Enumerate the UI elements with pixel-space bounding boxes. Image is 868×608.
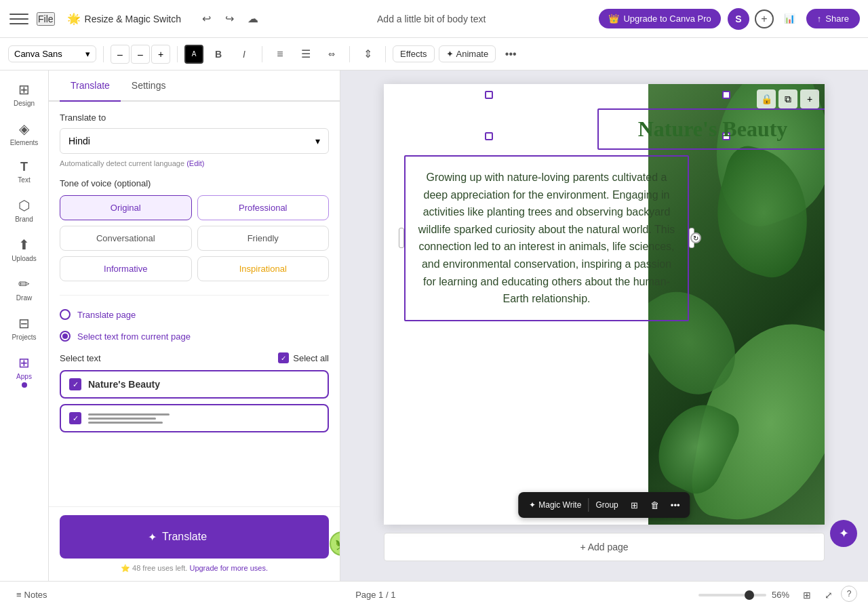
sidebar-item-projects[interactable]: ⊟ Projects [3, 310, 46, 346]
line-height-button[interactable]: ⇕ [357, 43, 378, 65]
text-item-title[interactable]: ✓ Nature's Beauty [60, 370, 329, 399]
select-text-radio[interactable] [60, 331, 71, 342]
font-family-selector[interactable]: Canva Sans ▾ [8, 45, 96, 62]
translate-sparkle-icon: ✦ [148, 531, 157, 544]
italic-button[interactable]: I [233, 43, 255, 65]
text-item-title-checkbox[interactable]: ✓ [69, 378, 81, 390]
canvas-area: 🔒 ⧉ + Nature's Beauty [340, 70, 868, 581]
text-item-body-checkbox[interactable]: ✓ [69, 412, 81, 424]
sidebar-item-text-label: Text [18, 176, 30, 184]
analytics-button[interactable]: 📊 [779, 8, 801, 30]
undo-button[interactable]: ↩ [196, 8, 218, 30]
text-item-title-label: Nature's Beauty [88, 379, 319, 390]
hamburger-menu[interactable] [8, 8, 30, 30]
translate-main-label: Translate [162, 531, 207, 543]
content-selection-wrapper: Growing up with nature-loving parents cu… [404, 155, 689, 321]
add-element-button[interactable]: + [800, 89, 819, 108]
tone-conversational-button[interactable]: Conversational [60, 226, 192, 251]
notes-button[interactable]: ≡ Notes [11, 587, 53, 603]
resize-magic-switch-button[interactable]: 🌟 Resize & Magic Switch [62, 9, 186, 28]
content-text-box[interactable]: Growing up with nature-loving parents cu… [404, 155, 689, 321]
panel-divider-1 [60, 295, 329, 296]
title-selection-wrapper: Nature's Beauty [489, 95, 726, 136]
resize-handle-left[interactable] [399, 228, 404, 248]
font-size-decrease-button[interactable]: – [111, 45, 130, 64]
group-label: Group [595, 500, 618, 510]
tone-inspirational-button[interactable]: Inspirational [197, 256, 330, 281]
text-item-body-preview [88, 413, 319, 424]
language-dropdown[interactable]: Hindi ▾ [60, 128, 329, 154]
rotation-handle[interactable]: ↻ [690, 232, 701, 243]
tone-friendly-button[interactable]: Friendly [197, 226, 330, 251]
upgrade-button[interactable]: 👑 Upgrade to Canva Pro [599, 9, 720, 28]
align-left-button[interactable]: ≡ [269, 43, 291, 65]
sidebar-item-text[interactable]: T Text [3, 155, 46, 189]
canvas-page[interactable]: 🔒 ⧉ + Nature's Beauty [384, 84, 825, 525]
zoom-slider[interactable] [698, 594, 766, 596]
translate-main-button[interactable]: ✦ Translate 🌿 [60, 515, 329, 559]
sidebar-item-elements[interactable]: ◈ Elements [3, 115, 46, 152]
ai-assist-button[interactable]: ✦ [830, 520, 857, 547]
text-item-body[interactable]: ✓ [60, 404, 329, 432]
bold-button[interactable]: B [208, 43, 229, 65]
bottom-bar: ≡ Notes Page 1 / 1 56% ⊞ ⤢ ? [0, 581, 868, 608]
text-color-swatch[interactable]: A [184, 45, 203, 64]
sidebar-item-elements-label: Elements [10, 139, 39, 146]
zoom-slider-thumb[interactable] [745, 590, 754, 600]
align-right-button[interactable]: ⇔ [321, 43, 342, 65]
floating-toolbar-wrapper: ✦ Magic Write Group ⊞ 🗑 ••• [518, 492, 690, 518]
document-title[interactable]: Add a little bit of body text [271, 14, 592, 24]
effects-button[interactable]: Effects [393, 45, 435, 62]
font-size-decrease2-button[interactable]: – [131, 45, 150, 64]
more-options-button[interactable]: ••• [500, 43, 521, 65]
canvas-top-icons: 🔒 ⧉ + [757, 89, 819, 108]
tab-settings[interactable]: Settings [121, 70, 177, 102]
canvas-scroll[interactable]: 🔒 ⧉ + Nature's Beauty [340, 70, 868, 581]
tone-informative-button[interactable]: Informative [60, 256, 192, 281]
sidebar-item-brand[interactable]: ⬡ Brand [3, 192, 46, 228]
sidebar-item-uploads[interactable]: ⬆ Uploads [3, 231, 46, 268]
font-size-increase-button[interactable]: + [151, 45, 170, 64]
sidebar-item-design[interactable]: ⊞ Design [3, 76, 46, 113]
group-button[interactable]: Group [590, 498, 623, 512]
help-button[interactable]: ? [841, 586, 857, 602]
user-avatar[interactable]: S [728, 8, 749, 30]
save-cloud-button[interactable]: ☁ [242, 8, 264, 30]
select-all-checkbox[interactable]: ✓ Select all [278, 352, 329, 363]
uploads-icon: ⬆ [18, 237, 30, 253]
projects-icon: ⊟ [18, 315, 30, 331]
share-button[interactable]: ↑ Share [806, 9, 860, 28]
tone-professional-button[interactable]: Professional [197, 195, 330, 220]
zoom-control: 56% [698, 590, 789, 600]
main-area: ⊞ Design ◈ Elements T Text ⬡ Brand ⬆ Upl… [0, 70, 868, 581]
align-center-button[interactable]: ☰ [295, 43, 317, 65]
edit-language-link[interactable]: (Edit) [186, 159, 204, 167]
lock-button[interactable]: 🔒 [757, 89, 776, 108]
float-more-button[interactable]: ••• [666, 495, 685, 514]
grid-view-button[interactable]: ⊞ [797, 586, 816, 605]
effects-label: Effects [400, 49, 427, 59]
upgrade-link[interactable]: Upgrade for more uses. [189, 564, 268, 572]
magic-write-button[interactable]: ✦ Magic Write [524, 498, 587, 512]
sidebar-item-apps[interactable]: ⊞ Apps [3, 349, 46, 393]
sidebar-item-draw[interactable]: ✏ Draw [3, 270, 46, 307]
add-page-button[interactable]: + Add page [384, 533, 825, 561]
float-copy-button[interactable]: ⊞ [625, 495, 644, 514]
font-dropdown-chevron: ▾ [85, 49, 90, 59]
fullscreen-button[interactable]: ⤢ [819, 586, 838, 605]
select-text-option[interactable]: Select text from current page [60, 325, 329, 347]
translate-page-radio[interactable] [60, 309, 71, 320]
float-delete-button[interactable]: 🗑 [646, 495, 665, 514]
redo-button[interactable]: ↪ [219, 8, 241, 30]
select-text-header: Select text ✓ Select all [60, 352, 329, 363]
auto-detect-text: Automatically detect current language (E… [60, 159, 329, 167]
title-text-box[interactable]: Nature's Beauty [597, 108, 825, 150]
animate-button[interactable]: ✦ Animate [439, 45, 496, 62]
select-text-section: Select text ✓ Select all ✓ Nature's Beau… [60, 352, 329, 432]
file-menu[interactable]: File [37, 12, 55, 26]
tab-translate[interactable]: Translate [60, 70, 121, 102]
add-collaborator-button[interactable]: + [755, 9, 774, 28]
translate-page-option[interactable]: Translate page [60, 304, 329, 325]
copy-button[interactable]: ⧉ [778, 89, 797, 108]
tone-original-button[interactable]: Original [60, 195, 192, 220]
